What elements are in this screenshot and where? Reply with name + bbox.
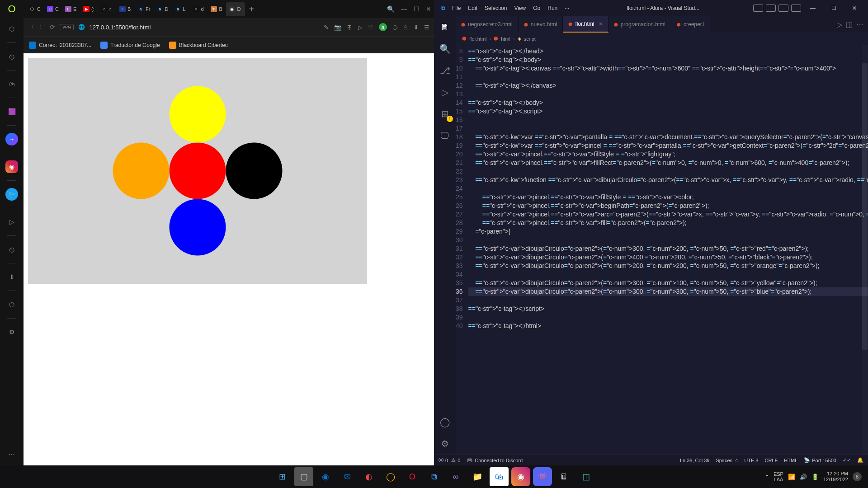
start-button[interactable]: ⊞: [273, 467, 292, 486]
browser-tab[interactable]: ▶(:: [80, 2, 98, 16]
accounts-icon[interactable]: ◯: [439, 416, 451, 428]
manage-icon[interactable]: ⚙: [439, 437, 451, 450]
vpn-chip[interactable]: VPN: [60, 24, 74, 30]
status-lang[interactable]: HTML: [784, 457, 797, 463]
download-icon[interactable]: ⬇: [5, 271, 18, 283]
easy-setup-icon[interactable]: ☰: [424, 24, 429, 31]
min-icon[interactable]: —: [401, 5, 407, 13]
liveshare-icon[interactable]: 🖵: [439, 129, 451, 142]
twitch-icon[interactable]: 🟪: [5, 105, 18, 118]
editor-tab[interactable]: ⬢creeper.l: [671, 16, 710, 33]
close-icon[interactable]: ✕: [426, 5, 431, 13]
editor-tab[interactable]: ⬢flor.html×: [563, 16, 608, 33]
explorer-icon[interactable]: 📁: [468, 467, 487, 486]
code-editor[interactable]: 8910111213141516171819202122232425262728…: [456, 45, 868, 455]
wifi-icon[interactable]: 📶: [788, 474, 795, 480]
back-button[interactable]: 〈: [28, 23, 34, 31]
browser-tab[interactable]: inB: [208, 2, 225, 16]
explorer-icon[interactable]: 🗎: [439, 21, 451, 33]
browser-tab[interactable]: ○r: [99, 2, 116, 16]
close-button[interactable]: ✕: [845, 2, 863, 14]
layout-bottom-icon[interactable]: [766, 5, 776, 12]
volume-icon[interactable]: 🔊: [800, 474, 807, 480]
run-debug-icon[interactable]: ▷: [439, 86, 451, 99]
edge-icon[interactable]: ◉: [316, 467, 335, 486]
app-icon[interactable]: ◫: [576, 467, 595, 486]
scrollbar-thumb[interactable]: [862, 63, 868, 350]
browser-tab[interactable]: ○d: [190, 2, 207, 16]
instagram-icon[interactable]: ◉: [5, 160, 18, 173]
app-icon[interactable]: ◯: [381, 467, 400, 486]
store-icon[interactable]: 🛍: [490, 467, 509, 486]
browser-tab[interactable]: aFr: [135, 2, 153, 16]
download-icon[interactable]: ⬇: [414, 24, 419, 31]
url-field[interactable]: 127.0.0.1:5500/flor.html: [90, 24, 319, 31]
status-encoding[interactable]: UTF-8: [744, 457, 758, 463]
status-spaces[interactable]: Spaces: 4: [716, 457, 738, 463]
bookmark-item[interactable]: Traductor de Google: [100, 42, 160, 49]
opera-icon[interactable]: O: [5, 3, 18, 15]
extensions-icon[interactable]: ⊞1: [439, 108, 451, 120]
send-icon[interactable]: ▷: [358, 24, 363, 31]
browser-tab[interactable]: ◉D×: [226, 2, 245, 16]
breadcrumbs[interactable]: ⬢ flor.html › ⬢ html › ◈ script: [456, 33, 868, 45]
search-icon[interactable]: 🔍: [439, 42, 451, 55]
browser-tab[interactable]: ~B: [117, 2, 134, 16]
vscode-icon[interactable]: ⧉: [425, 467, 443, 486]
clock[interactable]: 12:20 PM 12/19/2022: [823, 471, 848, 483]
close-icon[interactable]: ×: [599, 20, 602, 28]
split-icon[interactable]: ◫: [846, 20, 853, 29]
editor-tab[interactable]: ⬢programacion.html: [609, 16, 671, 33]
heart-icon[interactable]: ♡: [368, 24, 373, 31]
menu-run[interactable]: Run: [544, 3, 561, 13]
history-icon[interactable]: ◷: [5, 50, 18, 63]
status-errors[interactable]: ⓧ 0 ⚠ 0: [439, 457, 460, 464]
browser-tab[interactable]: CC: [44, 2, 61, 16]
status-discord[interactable]: 🎮 Connected to Discord: [467, 457, 523, 463]
run-icon[interactable]: ▷: [837, 20, 842, 29]
edit-icon[interactable]: ✎: [324, 24, 329, 31]
close-icon[interactable]: ×: [244, 5, 245, 13]
profile-icon[interactable]: ♙: [403, 24, 408, 31]
settings-icon[interactable]: ⚙: [5, 326, 18, 338]
browser-tab[interactable]: ⬡C: [26, 2, 43, 16]
status-eol[interactable]: CRLF: [764, 457, 778, 463]
opera-icon[interactable]: O: [403, 467, 422, 486]
bookmark-item[interactable]: Blackboard Cibertec: [169, 42, 228, 49]
menu-edit[interactable]: Edit: [464, 3, 481, 13]
layout-right-icon[interactable]: [778, 5, 788, 12]
instagram-icon[interactable]: ◉: [511, 467, 530, 486]
camera-icon[interactable]: 📷: [334, 24, 341, 31]
vs-icon[interactable]: ∞: [446, 467, 465, 486]
clock-icon[interactable]: ◷: [5, 243, 18, 256]
app-icon[interactable]: ◐: [359, 467, 378, 486]
maximize-button[interactable]: ☐: [825, 2, 843, 14]
max-icon[interactable]: ☐: [414, 5, 420, 13]
menu-file[interactable]: File: [448, 3, 464, 13]
bag-icon[interactable]: 🛍: [5, 78, 18, 90]
status-prettier-icon[interactable]: ✓✓: [843, 457, 851, 463]
player-icon[interactable]: ▷: [5, 216, 18, 228]
editor-tab[interactable]: ⬢uegosecreto3.html: [456, 16, 519, 33]
menu-···[interactable]: ···: [561, 3, 573, 13]
status-bell-icon[interactable]: 🔔: [857, 457, 863, 463]
minimize-button[interactable]: —: [804, 2, 822, 14]
calc-icon[interactable]: 🖩: [555, 467, 574, 486]
new-tab-button[interactable]: +: [249, 4, 254, 14]
menu-go[interactable]: Go: [529, 3, 544, 13]
browser-tab[interactable]: aL: [172, 2, 189, 16]
status-port[interactable]: 📡 Port : 5500: [804, 457, 836, 463]
scrollbar[interactable]: [862, 45, 868, 455]
menu-selection[interactable]: Selection: [481, 3, 510, 13]
globe-icon[interactable]: 🌐: [78, 24, 85, 30]
more-icon[interactable]: ⋯: [5, 448, 18, 461]
browser-tab[interactable]: EE: [62, 2, 80, 16]
battery-icon[interactable]: 🔋: [811, 474, 819, 480]
shield-icon[interactable]: ⛨: [347, 24, 353, 31]
bookmark-item[interactable]: Correo: i201823387...: [29, 42, 91, 49]
code-lines[interactable]: =="c-str">"c-tag"><;/head>=="c-str">"c-t…: [468, 45, 868, 455]
tray-chevron-icon[interactable]: ⌃: [765, 474, 769, 480]
reload-button[interactable]: ⟳: [50, 23, 55, 31]
mail-icon[interactable]: ✉: [338, 467, 357, 486]
discord-icon[interactable]: 👾: [533, 467, 552, 486]
